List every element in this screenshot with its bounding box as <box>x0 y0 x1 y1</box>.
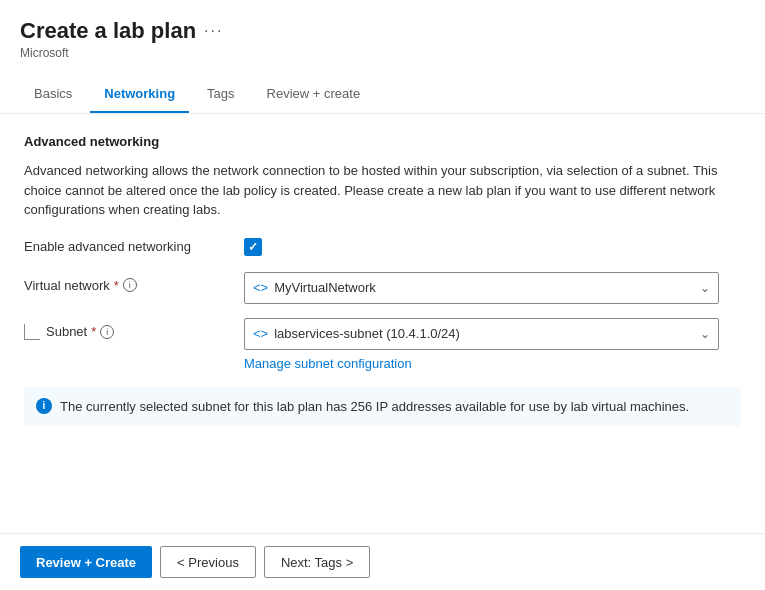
page-subtitle: Microsoft <box>20 46 745 60</box>
tab-networking[interactable]: Networking <box>90 76 189 113</box>
subnet-required: * <box>91 324 96 339</box>
virtual-network-select[interactable]: <> MyVirtualNetwork ⌄ <box>244 272 719 304</box>
virtual-network-required: * <box>114 278 119 293</box>
page-title: Create a lab plan <box>20 18 196 44</box>
subnet-info-icon[interactable]: i <box>100 325 114 339</box>
subnet-value: labservices-subnet (10.4.1.0/24) <box>274 326 460 341</box>
virtual-network-info-icon[interactable]: i <box>123 278 137 292</box>
enable-networking-checkbox[interactable]: ✓ <box>244 238 262 256</box>
virtual-network-value: MyVirtualNetwork <box>274 280 376 295</box>
footer: Review + Create < Previous Next: Tags > <box>0 533 765 590</box>
tab-review-create[interactable]: Review + create <box>253 76 375 113</box>
tab-basics[interactable]: Basics <box>20 76 86 113</box>
virtual-network-chevron-icon: ⌄ <box>700 281 710 295</box>
subnet-row: Subnet * i <> labservices-subnet (10.4.1… <box>24 318 741 350</box>
enable-networking-label: Enable advanced networking <box>24 239 244 254</box>
info-description: Advanced networking allows the network c… <box>24 161 724 220</box>
subnet-select-icon: <> <box>253 326 268 341</box>
subnet-line-icon <box>24 324 40 340</box>
checkmark-icon: ✓ <box>248 240 258 254</box>
virtual-network-label: Virtual network * i <box>24 272 244 293</box>
info-banner: i The currently selected subnet for this… <box>24 387 741 427</box>
subnet-indent: Subnet * i <box>24 318 244 340</box>
subnet-label: Subnet * i <box>46 324 114 339</box>
subnet-select[interactable]: <> labservices-subnet (10.4.1.0/24) ⌄ <box>244 318 719 350</box>
section-title: Advanced networking <box>24 134 741 149</box>
virtual-network-row: Virtual network * i <> MyVirtualNetwork … <box>24 272 741 304</box>
subnet-chevron-icon: ⌄ <box>700 327 710 341</box>
next-button[interactable]: Next: Tags > <box>264 546 370 578</box>
tab-tags[interactable]: Tags <box>193 76 248 113</box>
page-header: Create a lab plan ··· Microsoft <box>0 0 765 66</box>
previous-button[interactable]: < Previous <box>160 546 256 578</box>
info-banner-icon: i <box>36 398 52 414</box>
enable-networking-row: Enable advanced networking ✓ <box>24 238 741 256</box>
manage-subnet-link[interactable]: Manage subnet configuration <box>244 356 412 371</box>
main-content: Advanced networking Advanced networking … <box>0 114 765 533</box>
tabs-bar: Basics Networking Tags Review + create <box>0 76 765 114</box>
review-create-button[interactable]: Review + Create <box>20 546 152 578</box>
network-select-icon: <> <box>253 280 268 295</box>
info-banner-text: The currently selected subnet for this l… <box>60 397 689 417</box>
checkbox-icon[interactable]: ✓ <box>244 238 262 256</box>
more-options-icon[interactable]: ··· <box>204 22 223 40</box>
